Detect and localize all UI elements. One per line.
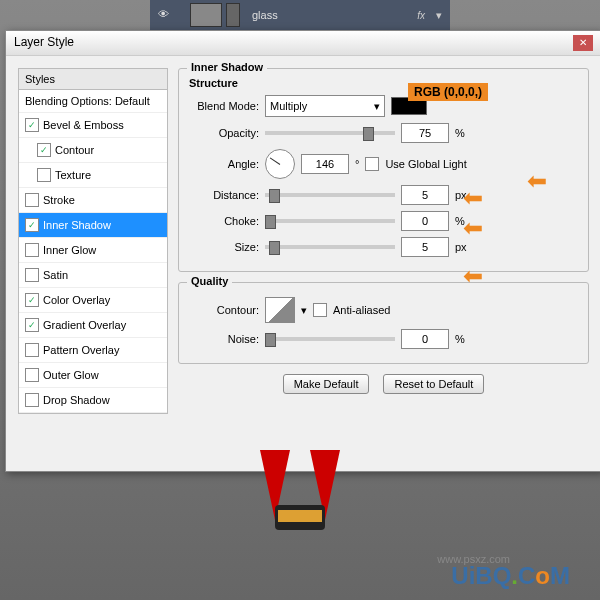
rocket-graphic	[240, 450, 360, 550]
angle-dial[interactable]	[265, 149, 295, 179]
style-checkbox[interactable]	[25, 368, 39, 382]
size-label: Size:	[189, 241, 259, 253]
noise-label: Noise:	[189, 333, 259, 345]
rgb-annotation: RGB (0,0,0,)	[408, 83, 488, 101]
global-light-checkbox[interactable]	[365, 157, 379, 171]
style-item[interactable]: Inner Glow	[19, 238, 167, 263]
watermark-logo: UiBQ.CoM	[451, 562, 570, 590]
noise-slider[interactable]	[265, 337, 395, 341]
style-checkbox[interactable]	[25, 343, 39, 357]
style-label: Pattern Overlay	[43, 344, 119, 356]
style-item[interactable]: ✓Inner Shadow	[19, 213, 167, 238]
arrow-icon: ⬅	[527, 167, 547, 195]
layer-style-dialog: Layer Style ✕ Styles Blending Options: D…	[5, 30, 600, 472]
inner-shadow-title: Inner Shadow	[187, 61, 267, 73]
angle-input[interactable]	[301, 154, 349, 174]
distance-slider[interactable]	[265, 193, 395, 197]
layers-panel: 👁 glass fx ▾	[150, 0, 450, 30]
style-label: Texture	[55, 169, 91, 181]
close-icon[interactable]: ✕	[573, 35, 593, 51]
style-item[interactable]: Pattern Overlay	[19, 338, 167, 363]
mask-thumbnail[interactable]	[226, 3, 240, 27]
chevron-down-icon[interactable]: ▾	[301, 304, 307, 317]
chevron-down-icon[interactable]: ▾	[436, 9, 442, 22]
style-checkbox[interactable]	[25, 268, 39, 282]
style-checkbox[interactable]: ✓	[25, 293, 39, 307]
quality-group: Quality Contour: ▾ Anti-aliased Noise: %	[178, 282, 589, 364]
style-checkbox[interactable]	[25, 243, 39, 257]
angle-label: Angle:	[189, 158, 259, 170]
quality-label: Quality	[187, 275, 232, 287]
antialiased-checkbox[interactable]	[313, 303, 327, 317]
style-item[interactable]: Texture	[19, 163, 167, 188]
styles-header[interactable]: Styles	[18, 68, 168, 90]
choke-input[interactable]	[401, 211, 449, 231]
style-label: Gradient Overlay	[43, 319, 126, 331]
style-checkbox[interactable]	[37, 168, 51, 182]
style-item[interactable]: Stroke	[19, 188, 167, 213]
style-checkbox[interactable]	[25, 393, 39, 407]
style-item[interactable]: ✓Gradient Overlay	[19, 313, 167, 338]
style-checkbox[interactable]: ✓	[37, 143, 51, 157]
antialiased-label: Anti-aliased	[333, 304, 390, 316]
style-label: Inner Glow	[43, 244, 96, 256]
reset-default-button[interactable]: Reset to Default	[383, 374, 484, 394]
size-slider[interactable]	[265, 245, 395, 249]
contour-picker[interactable]	[265, 297, 295, 323]
style-item[interactable]: Drop Shadow	[19, 388, 167, 413]
style-label: Stroke	[43, 194, 75, 206]
style-item[interactable]: ✓Bevel & Emboss	[19, 113, 167, 138]
style-label: Inner Shadow	[43, 219, 111, 231]
style-label: Drop Shadow	[43, 394, 110, 406]
style-checkbox[interactable]	[25, 193, 39, 207]
arrow-icon: ⬅	[463, 214, 483, 242]
structure-label: Structure	[189, 77, 578, 89]
arrow-icon: ⬅	[463, 184, 483, 212]
distance-label: Distance:	[189, 189, 259, 201]
opacity-slider[interactable]	[265, 131, 395, 135]
arrow-icon: ⬅	[463, 262, 483, 290]
choke-slider[interactable]	[265, 219, 395, 223]
choke-label: Choke:	[189, 215, 259, 227]
style-label: Contour	[55, 144, 94, 156]
opacity-label: Opacity:	[189, 127, 259, 139]
style-label: Bevel & Emboss	[43, 119, 124, 131]
layer-thumbnail[interactable]	[190, 3, 222, 27]
dialog-title: Layer Style	[14, 35, 74, 51]
style-checkbox[interactable]: ✓	[25, 118, 39, 132]
visibility-icon[interactable]: 👁	[158, 8, 172, 22]
blending-options[interactable]: Blending Options: Default	[19, 90, 167, 113]
layer-name[interactable]: glass	[252, 9, 278, 21]
contour-label: Contour:	[189, 304, 259, 316]
style-item[interactable]: ✓Color Overlay	[19, 288, 167, 313]
styles-list: Blending Options: Default ✓Bevel & Embos…	[18, 90, 168, 414]
style-checkbox[interactable]: ✓	[25, 318, 39, 332]
make-default-button[interactable]: Make Default	[283, 374, 370, 394]
chevron-down-icon: ▾	[374, 100, 380, 113]
style-checkbox[interactable]: ✓	[25, 218, 39, 232]
style-label: Satin	[43, 269, 68, 281]
titlebar[interactable]: Layer Style ✕	[6, 31, 600, 56]
fx-badge[interactable]: fx	[417, 10, 425, 21]
size-input[interactable]	[401, 237, 449, 257]
style-item[interactable]: ✓Contour	[19, 138, 167, 163]
noise-input[interactable]	[401, 329, 449, 349]
svg-rect-1	[278, 510, 322, 522]
blend-mode-label: Blend Mode:	[189, 100, 259, 112]
distance-input[interactable]	[401, 185, 449, 205]
style-item[interactable]: Outer Glow	[19, 363, 167, 388]
style-label: Outer Glow	[43, 369, 99, 381]
blend-mode-select[interactable]: Multiply▾	[265, 95, 385, 117]
global-light-label: Use Global Light	[385, 158, 466, 170]
style-label: Color Overlay	[43, 294, 110, 306]
style-item[interactable]: Satin	[19, 263, 167, 288]
opacity-input[interactable]	[401, 123, 449, 143]
